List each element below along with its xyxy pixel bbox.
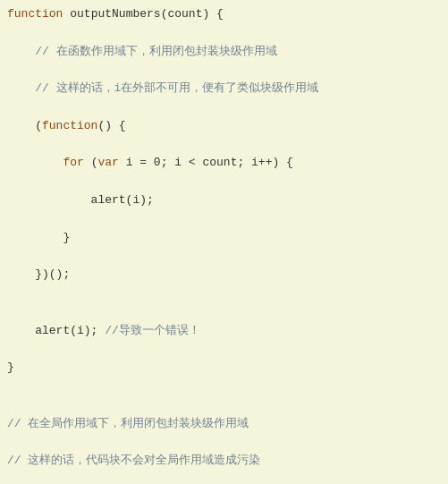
code-line: function outputNumbers(count) { bbox=[7, 5, 441, 24]
code-line: })(); bbox=[7, 266, 441, 284]
code-line: // 这样的话，i在外部不可用，便有了类似块级作用域 bbox=[7, 80, 441, 98]
code-line: } bbox=[7, 359, 441, 378]
code-line: alert(i); bbox=[7, 191, 441, 210]
code-line: // 这样的话，代码块不会对全局作用域造成污染 bbox=[7, 452, 441, 471]
code-line: alert(i); //导致一个错误！ bbox=[7, 322, 441, 341]
code-line: // 在函数作用域下，利用闭包封装块级作用域 bbox=[7, 43, 441, 62]
code-line: // 在全局作用域下，利用闭包封装块级作用域 bbox=[7, 415, 441, 434]
code-container: function outputNumbers(count) { // 在函数作用… bbox=[0, 0, 448, 484]
code-line: for (var i = 0; i < count; i++) { bbox=[7, 154, 441, 173]
code-line: (function() { bbox=[7, 117, 441, 136]
code-line: } bbox=[7, 229, 441, 248]
